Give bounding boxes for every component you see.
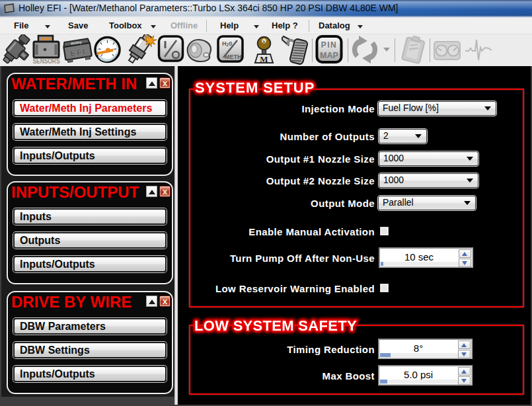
svg-text:SYSTEM SETUP: SYSTEM SETUP — [195, 79, 315, 96]
svg-text:SENSORS: SENSORS — [33, 57, 60, 65]
svg-text:METH: METH — [225, 54, 242, 60]
svg-text:M: M — [260, 54, 268, 64]
svg-text:MAP: MAP — [320, 51, 338, 60]
svg-text:PIN: PIN — [321, 40, 338, 50]
svg-text:LOW SYSTEM SAFETY: LOW SYSTEM SAFETY — [194, 317, 357, 334]
